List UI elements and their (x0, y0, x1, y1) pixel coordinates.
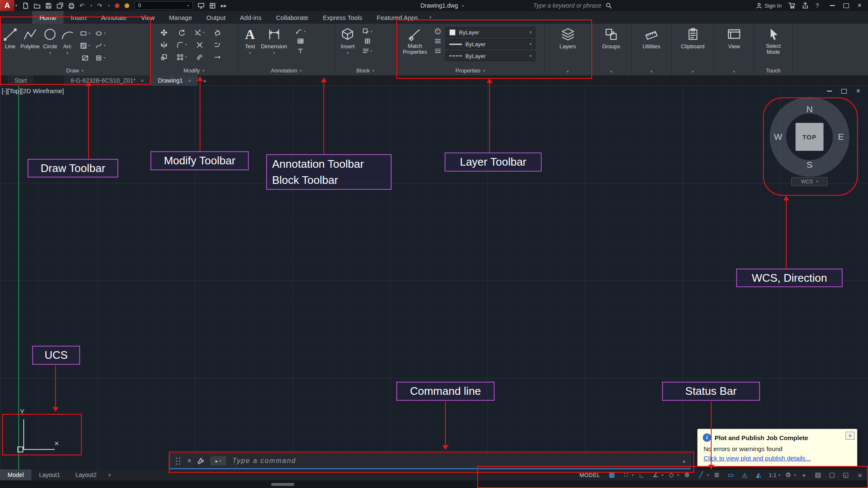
groups-button[interactable]: Groups (602, 24, 620, 50)
status-graphics-performance-icon[interactable]: ◱ (840, 470, 852, 480)
arc-button[interactable]: Arc ▾ (61, 24, 74, 55)
circle-caret-icon[interactable]: ▾ (49, 51, 51, 55)
match-properties-button[interactable]: Match Properties (400, 24, 430, 55)
window-restore-button[interactable] (839, 0, 853, 11)
ribbon-tab-manage[interactable]: Manage (162, 11, 199, 24)
linetype-dropdown[interactable]: ByLayer ▾ (445, 51, 535, 61)
boundary-tool-icon[interactable]: ▾ (93, 52, 108, 64)
command-bar-grip-icon[interactable] (175, 457, 181, 466)
status-grid-mode-icon[interactable]: ▦ (606, 470, 618, 480)
ribbon-tab-view[interactable]: View (134, 11, 162, 24)
text-caret-icon[interactable]: ▾ (249, 51, 251, 55)
new-file-icon[interactable] (22, 3, 29, 9)
open-folder-icon[interactable] (34, 3, 40, 9)
redo-caret-icon[interactable]: ▾ (108, 4, 110, 8)
status-annotation-monitor-icon[interactable]: + (798, 470, 810, 480)
command-history-toggle-icon[interactable]: ▴ (683, 458, 685, 464)
status-object-snap-icon[interactable]: ╱ (695, 470, 707, 480)
rectangle-tool-icon[interactable]: ▾ (78, 27, 93, 39)
help-icon[interactable]: ? (815, 2, 819, 9)
redo-button[interactable]: ↷ (97, 2, 102, 9)
status-annotation-visibility-icon[interactable]: ◬ (738, 470, 751, 480)
ribbon-options-caret-icon[interactable]: ▾ (425, 11, 436, 24)
sheet-set-icon[interactable] (209, 3, 216, 9)
clipboard-panel-caret[interactable]: ▾ (672, 69, 714, 74)
viewport-controls-label[interactable]: [-][Top][2D Wireframe] (2, 87, 64, 94)
viewcube-east[interactable]: E (838, 132, 844, 142)
trim-tool-icon[interactable]: ▾ (191, 26, 209, 39)
layout-tab-layout1[interactable]: Layout1 (31, 469, 68, 480)
app-logo[interactable]: A (0, 0, 14, 11)
osnap-caret-icon[interactable]: ▾ (707, 473, 709, 477)
select-mode-button[interactable]: Select Mode (760, 24, 787, 55)
workspace-caret-icon[interactable]: ▾ (794, 473, 796, 477)
plot-icon[interactable] (68, 3, 75, 9)
status-isometric-drafting-icon[interactable]: ◇ (665, 470, 678, 480)
circle-button[interactable]: Circle ▾ (43, 24, 57, 55)
sign-in-button[interactable]: Sign In (756, 3, 782, 9)
status-object-snap-tracking-icon[interactable]: ⊕ (681, 470, 693, 480)
hatch-tool-icon[interactable]: ▾ (78, 39, 93, 52)
table-tool-icon[interactable] (295, 38, 306, 44)
viewcube-south[interactable]: S (807, 160, 812, 170)
command-line-bar[interactable]: × ▸ ▾ Type a command ▴ (170, 453, 691, 469)
lineweight-dropdown[interactable]: ByLayer ▾ (445, 39, 535, 49)
undo-caret-icon[interactable]: ▾ (90, 4, 92, 8)
status-ortho-mode-icon[interactable]: ∟ (635, 470, 648, 480)
status-annotation-autoscale-icon[interactable]: ◭ (752, 470, 765, 480)
clipboard-button[interactable]: Clipboard (681, 24, 705, 50)
status-selection-cycling-icon[interactable]: ▭ (724, 470, 737, 480)
scale-tool-icon[interactable] (155, 51, 173, 63)
cart-icon[interactable] (788, 2, 795, 9)
command-input[interactable]: Type a command (232, 457, 296, 465)
file-tab-drawing1[interactable]: Drawing1 × (151, 75, 198, 86)
rotate-tool-icon[interactable] (173, 26, 191, 39)
manage-attributes-tool-icon[interactable]: ▾ (362, 47, 373, 54)
viewport-close-button[interactable]: × (852, 87, 865, 95)
text-button[interactable]: A Text ▾ (245, 24, 255, 55)
groups-panel-caret[interactable]: ▾ (591, 69, 631, 74)
layer-quick-selector[interactable]: 0 ▾ (134, 1, 193, 10)
view-button[interactable]: View (727, 24, 741, 50)
search-icon[interactable] (606, 3, 612, 9)
window-close-button[interactable]: × (853, 0, 866, 11)
wcs-dropdown[interactable]: WCS ▾ (791, 177, 828, 186)
arc-caret-icon[interactable]: ▾ (67, 51, 69, 55)
viewcube-north[interactable]: N (806, 104, 812, 114)
viewport-minimize-button[interactable] (823, 87, 836, 95)
file-tab-b-close-icon[interactable]: × (188, 78, 192, 84)
utilities-button[interactable]: Utilities (643, 24, 660, 50)
app-menu-caret-icon[interactable]: ▾ (15, 3, 17, 8)
block-panel-label[interactable]: Block ▾ (335, 67, 396, 74)
move-tool-icon[interactable] (155, 26, 173, 39)
ellipse-tool-icon[interactable]: ▾ (93, 27, 108, 39)
ribbon-tab-addins[interactable]: Add-ins (233, 11, 269, 24)
ribbon-tab-express-tools[interactable]: Express Tools (316, 11, 370, 24)
status-lineweight-icon[interactable]: ≣ (710, 470, 723, 480)
linetype-list-icon[interactable] (434, 47, 441, 54)
properties-panel-label[interactable]: Properties ▾ (396, 67, 544, 74)
share-icon[interactable] (802, 2, 809, 9)
dimension-caret-icon[interactable]: ▾ (273, 51, 275, 55)
fillet-tool-icon[interactable]: ▾ (173, 39, 191, 51)
draw-panel-label[interactable]: Draw ▾ (0, 67, 150, 74)
model-space-label[interactable]: MODEL (579, 472, 600, 478)
polyline-button[interactable]: Polyline (20, 24, 40, 50)
ribbon-tab-home[interactable]: Home (32, 11, 64, 24)
lengthen-tool-icon[interactable] (209, 51, 226, 63)
color-palette-icon[interactable] (434, 28, 441, 35)
isodraft-caret-icon[interactable]: ▾ (677, 473, 679, 477)
layers-button[interactable]: Layers (559, 24, 576, 50)
utilities-panel-caret[interactable]: ▾ (632, 69, 671, 74)
command-prompt-chip[interactable]: ▸ ▾ (210, 456, 226, 466)
offset-tool-icon[interactable] (191, 51, 209, 63)
notification-close-button[interactable]: × (846, 432, 854, 440)
status-annotation-scale-button[interactable]: 1:1 (766, 470, 779, 480)
snap-caret-icon[interactable]: ▾ (632, 473, 634, 477)
file-tab-start[interactable]: Start (8, 75, 34, 86)
touch-panel-label[interactable]: Touch (754, 67, 792, 74)
array-tool-icon[interactable]: ▾ (173, 51, 191, 63)
viewport-restore-button[interactable] (837, 87, 850, 95)
ribbon-tab-output[interactable]: Output (199, 11, 233, 24)
create-block-tool-icon[interactable] (362, 38, 373, 44)
